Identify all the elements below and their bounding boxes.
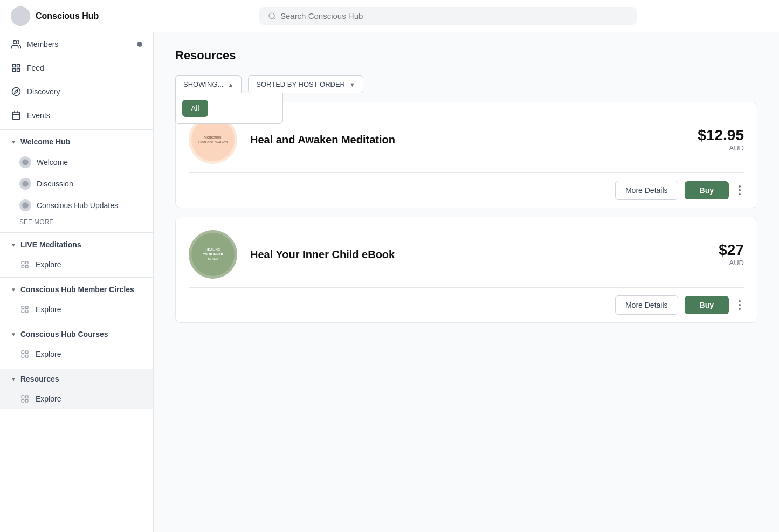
feed-icon — [11, 63, 22, 73]
members-icon — [11, 39, 22, 50]
card-title-inner-child: Heal Your Inner Child eBook — [250, 248, 706, 261]
app-title: Conscious Hub — [36, 11, 99, 21]
sidebar-section-label-live-meditations: LIVE Meditations — [20, 240, 81, 249]
svg-rect-6 — [17, 69, 20, 72]
dot3 — [739, 193, 741, 195]
chevron-courses: ▼ — [11, 331, 16, 337]
search-bar[interactable] — [259, 7, 637, 25]
svg-rect-20 — [22, 306, 24, 309]
see-more-link[interactable]: SEE MORE — [0, 216, 153, 230]
buy-button-inner-child[interactable]: Buy — [685, 296, 729, 314]
sidebar-sub-welcome[interactable]: Welcome — [0, 151, 153, 173]
svg-point-14 — [22, 181, 29, 187]
explore-resources-icon — [19, 393, 30, 404]
showing-dropdown-panel: All — [175, 93, 283, 124]
resource-card-inner-child: HEALING YOUR INNER CHILD Heal Your Inner… — [175, 217, 757, 323]
sidebar-sub-explore-resources[interactable]: Explore — [0, 389, 153, 409]
sidebar-section-courses[interactable]: ▼ Conscious Hub Courses — [0, 324, 153, 344]
top-nav: Conscious Hub — [0, 0, 779, 32]
dot1 — [739, 185, 741, 188]
all-filter-button[interactable]: All — [182, 100, 208, 117]
sidebar: Members Feed Discovery — [0, 32, 154, 532]
dots-button-heal-awaken[interactable] — [735, 183, 744, 197]
sidebar-divider-1 — [0, 129, 153, 130]
explore-live-icon — [19, 259, 30, 270]
card-currency-heal-awaken: AUD — [698, 144, 744, 152]
svg-rect-24 — [22, 351, 24, 354]
svg-rect-25 — [25, 351, 28, 354]
chevron-live-meditations: ▼ — [11, 242, 16, 248]
sidebar-section-live-meditations[interactable]: ▼ LIVE Meditations — [0, 235, 153, 254]
svg-rect-29 — [25, 396, 28, 398]
sidebar-sub-explore-live[interactable]: Explore — [0, 254, 153, 275]
svg-rect-19 — [25, 265, 28, 268]
dot2 — [739, 189, 741, 191]
showing-dropdown-container: SHOWING... ▲ All — [175, 75, 242, 93]
svg-point-2 — [13, 40, 17, 44]
buy-button-heal-awaken[interactable]: Buy — [685, 181, 729, 199]
svg-line-1 — [273, 17, 275, 19]
svg-rect-31 — [25, 399, 28, 402]
showing-label: SHOWING... — [183, 80, 223, 88]
sidebar-item-events[interactable]: Events — [0, 103, 153, 127]
more-details-button-inner-child[interactable]: More Details — [615, 295, 678, 315]
sidebar-sub-explore-circles[interactable]: Explore — [0, 299, 153, 320]
meditation-image-line2: Heal and awaken — [198, 140, 228, 144]
updates-avatar — [19, 199, 31, 211]
ebook-image-inner: HEALING YOUR INNER CHILD — [191, 233, 235, 276]
discussion-avatar — [19, 178, 31, 190]
svg-rect-30 — [22, 399, 24, 402]
sidebar-sub-label-explore-circles: Explore — [36, 305, 61, 314]
showing-filter[interactable]: SHOWING... ▲ — [175, 75, 242, 93]
sorted-by-caret: ▼ — [349, 81, 355, 88]
sidebar-section-label-welcome-hub: Welcome Hub — [20, 137, 70, 146]
sidebar-sub-label-explore-live: Explore — [36, 260, 61, 269]
dots-button-inner-child[interactable] — [735, 298, 744, 312]
ebook-image-line2: YOUR INNER — [203, 252, 223, 257]
svg-marker-8 — [15, 90, 18, 93]
sidebar-item-discovery[interactable]: Discovery — [0, 80, 153, 103]
search-input[interactable] — [280, 11, 628, 20]
members-badge — [137, 42, 142, 47]
search-icon — [268, 12, 276, 20]
ebook-image-line3: CHILD — [208, 257, 218, 261]
svg-rect-4 — [17, 64, 20, 67]
dot6 — [739, 308, 741, 310]
sidebar-section-member-circles[interactable]: ▼ Conscious Hub Member Circles — [0, 280, 153, 299]
svg-rect-9 — [12, 112, 20, 120]
svg-rect-16 — [22, 261, 24, 264]
sidebar-label-discovery: Discovery — [27, 87, 60, 96]
sidebar-section-welcome-hub[interactable]: ▼ Welcome Hub — [0, 132, 153, 151]
svg-rect-17 — [25, 261, 28, 264]
sorted-by-filter[interactable]: SORTED BY HOST ORDER ▼ — [248, 75, 363, 93]
meditation-image-inner: Meditation: Heal and awaken — [191, 118, 235, 161]
explore-courses-icon — [19, 349, 30, 360]
svg-point-7 — [12, 88, 20, 96]
card-price-heal-awaken: $12.95 — [698, 128, 744, 143]
more-details-button-heal-awaken[interactable]: More Details — [615, 181, 678, 200]
sidebar-divider-5 — [0, 367, 153, 367]
welcome-avatar — [19, 156, 31, 168]
sidebar-item-feed[interactable]: Feed — [0, 56, 153, 80]
sidebar-sub-explore-courses[interactable]: Explore — [0, 344, 153, 364]
card-price-area-inner-child: $27 AUD — [719, 243, 744, 267]
dot4 — [739, 300, 741, 302]
sidebar-item-members[interactable]: Members — [0, 32, 153, 56]
sidebar-divider-3 — [0, 277, 153, 278]
svg-rect-23 — [25, 310, 28, 313]
sidebar-label-events: Events — [27, 111, 50, 120]
logo-avatar — [11, 6, 30, 26]
card-image-inner-child: HEALING YOUR INNER CHILD — [189, 230, 237, 279]
sorted-by-label: SORTED BY HOST ORDER — [256, 80, 345, 88]
sidebar-sub-label-conscious-updates: Conscious Hub Updates — [37, 201, 118, 210]
sidebar-sub-discussion[interactable]: Discussion — [0, 173, 153, 195]
sidebar-section-label-member-circles: Conscious Hub Member Circles — [20, 285, 134, 294]
page-title: Resources — [175, 49, 757, 63]
svg-point-13 — [22, 159, 29, 165]
sidebar-section-resources[interactable]: ▼ Resources — [0, 369, 153, 389]
sidebar-sub-conscious-updates[interactable]: Conscious Hub Updates — [0, 195, 153, 216]
sidebar-sub-label-explore-resources: Explore — [36, 395, 61, 403]
svg-rect-18 — [22, 265, 24, 268]
svg-rect-22 — [22, 310, 24, 313]
sidebar-section-label-resources: Resources — [20, 375, 59, 383]
